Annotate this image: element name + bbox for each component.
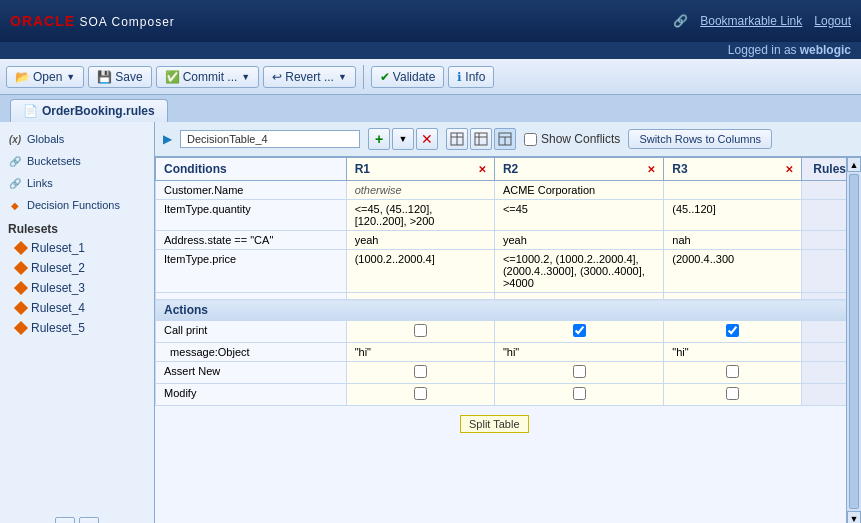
commit-icon: ✅ [165, 70, 180, 84]
r1-quantity-cell[interactable]: <=45, (45..120], [120..200], >200 [346, 200, 494, 231]
tab-bar: 📄 OrderBooking.rules [0, 95, 861, 122]
r3-assert-new-checkbox[interactable] [726, 365, 739, 378]
r3-empty-cell[interactable] [664, 293, 802, 300]
r2-assert-new-checkbox[interactable] [573, 365, 586, 378]
link-icon: 🔗 [673, 14, 688, 28]
open-button[interactable]: 📂 Open ▼ [6, 66, 84, 88]
sidebar-ruleset-4[interactable]: Ruleset_4 [0, 298, 154, 318]
r2-modify-checkbox[interactable] [573, 387, 586, 400]
vertical-scrollbar[interactable]: ▲ ▼ [846, 157, 861, 523]
table-container[interactable]: Conditions R1 ✕ R2 [155, 157, 846, 523]
r2-empty-cell[interactable] [494, 293, 663, 300]
r2-call-print-checkbox[interactable] [573, 324, 586, 337]
bucketsets-icon: 🔗 [8, 154, 22, 168]
r3-close-button[interactable]: ✕ [785, 164, 793, 175]
sidebar-item-globals[interactable]: (x) Globals [0, 128, 154, 150]
header-links: 🔗 Bookmarkable Link Logout [673, 14, 851, 28]
sidebar-ruleset-2[interactable]: Ruleset_2 [0, 258, 154, 278]
sidebar-ruleset-5[interactable]: Ruleset_5 [0, 318, 154, 338]
r3-assert-new-cell[interactable] [664, 362, 802, 384]
ruleset-4-label: Ruleset_4 [31, 301, 85, 315]
r3-price-cell[interactable]: (2000.4..300 [664, 250, 802, 293]
sidebar-item-decision-functions[interactable]: ◆ Decision Functions [0, 194, 154, 216]
main-area: (x) Globals 🔗 Bucketsets 🔗 Links ◆ Decis… [0, 122, 861, 523]
scroll-thumb[interactable] [849, 174, 859, 509]
action-message-cell: message:Object [156, 343, 347, 362]
orderbooking-tab[interactable]: 📄 OrderBooking.rules [10, 99, 168, 122]
r1-modify-cell[interactable] [346, 384, 494, 406]
ruleset-diamond-icon [14, 241, 28, 255]
switch-rows-columns-button[interactable]: Switch Rows to Columns [628, 129, 772, 149]
scroll-up-button[interactable]: ▲ [847, 157, 861, 172]
ruleset-diamond-icon [14, 321, 28, 335]
r1-modify-checkbox[interactable] [414, 387, 427, 400]
folder-icon: 📂 [15, 70, 30, 84]
r3-quantity-cell[interactable]: (45..120] [664, 200, 802, 231]
table-icon-2[interactable] [470, 128, 492, 150]
r2-quantity-cell[interactable]: <=45 [494, 200, 663, 231]
sidebar-item-bucketsets[interactable]: 🔗 Bucketsets [0, 150, 154, 172]
add-dropdown-arrow[interactable]: ▼ [392, 128, 414, 150]
r2-close-button[interactable]: ✕ [647, 164, 655, 175]
r3-state-cell[interactable]: nah [664, 231, 802, 250]
nav-down-button[interactable]: ▼ [79, 517, 99, 523]
empty-condition-cell [156, 293, 347, 300]
r2-assert-new-cell[interactable] [494, 362, 663, 384]
r3-customer-name-cell[interactable] [664, 181, 802, 200]
r3-call-print-cell[interactable] [664, 321, 802, 343]
actions-header-cell: Actions [156, 300, 847, 321]
table-row: Address.state == "CA" yeah yeah nah [156, 231, 847, 250]
sidebar-ruleset-1[interactable]: Ruleset_1 [0, 238, 154, 258]
ruleset-5-label: Ruleset_5 [31, 321, 85, 335]
save-button[interactable]: 💾 Save [88, 66, 151, 88]
add-button[interactable]: + [368, 128, 390, 150]
r1-customer-name-cell[interactable]: otherwise [346, 181, 494, 200]
table-row: Modify [156, 384, 847, 406]
condition-price-cell: ItemType.price [156, 250, 347, 293]
r1-assert-new-cell[interactable] [346, 362, 494, 384]
r2-modify-cell[interactable] [494, 384, 663, 406]
logged-in-bar: Logged in as weblogic [0, 42, 861, 59]
sidebar-ruleset-3[interactable]: Ruleset_3 [0, 278, 154, 298]
decision-table-name-input[interactable] [180, 130, 360, 148]
decision-table-arrow-icon: ▶ [163, 132, 172, 146]
sidebar-item-links[interactable]: 🔗 Links [0, 172, 154, 194]
logged-in-user: weblogic [800, 43, 851, 57]
r3-modify-checkbox[interactable] [726, 387, 739, 400]
r1-call-print-checkbox[interactable] [414, 324, 427, 337]
revert-button[interactable]: ↩ Revert ... ▼ [263, 66, 356, 88]
r2-customer-name-cell[interactable]: ACME Corporation [494, 181, 663, 200]
bookmarkable-link[interactable]: Bookmarkable Link [700, 14, 802, 28]
r1-message-cell[interactable]: "hi" [346, 343, 494, 362]
r3-call-print-checkbox[interactable] [726, 324, 739, 337]
nav-up-button[interactable]: ▲ [55, 517, 75, 523]
commit-button[interactable]: ✅ Commit ... ▼ [156, 66, 260, 88]
r1-state-cell[interactable]: yeah [346, 231, 494, 250]
r1-assert-new-checkbox[interactable] [414, 365, 427, 378]
r1-call-print-cell[interactable] [346, 321, 494, 343]
validate-button[interactable]: ✔ Validate [371, 66, 444, 88]
r2-call-print-cell[interactable] [494, 321, 663, 343]
info-button[interactable]: ℹ Info [448, 66, 494, 88]
table-icon-3[interactable] [494, 128, 516, 150]
r3-message-cell[interactable]: "hi" [664, 343, 802, 362]
r1-price-cell[interactable]: (1000.2..2000.4] [346, 250, 494, 293]
show-conflicts-checkbox[interactable] [524, 133, 537, 146]
table-row [156, 293, 847, 300]
info-label: Info [465, 70, 485, 84]
logout-link[interactable]: Logout [814, 14, 851, 28]
r3-modify-cell[interactable] [664, 384, 802, 406]
r2-state-cell[interactable]: yeah [494, 231, 663, 250]
table-icon-1[interactable] [446, 128, 468, 150]
action-modify-cell: Modify [156, 384, 347, 406]
r2-price-cell[interactable]: <=1000.2, (1000.2..2000.4], (2000.4..300… [494, 250, 663, 293]
r1-empty-cell[interactable] [346, 293, 494, 300]
show-conflicts-checkbox-label[interactable]: Show Conflicts [524, 132, 620, 146]
r1-close-button[interactable]: ✕ [478, 164, 486, 175]
rulesets-label: Rulesets [8, 222, 58, 236]
rules-customer-name-cell [802, 181, 846, 200]
r2-message-cell[interactable]: "hi" [494, 343, 663, 362]
ruleset-diamond-icon [14, 281, 28, 295]
scroll-down-button[interactable]: ▼ [847, 511, 861, 523]
delete-button[interactable]: ✕ [416, 128, 438, 150]
